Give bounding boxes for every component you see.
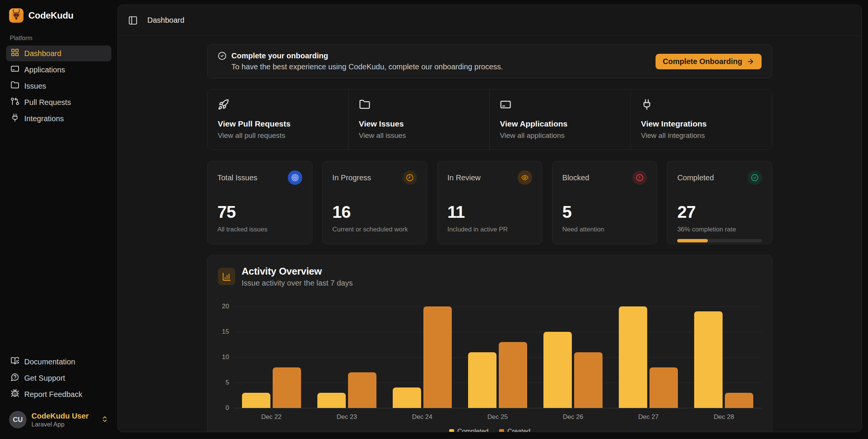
activity-subtitle: Issue activity over the last 7 days <box>242 279 353 287</box>
main-content: Complete your onboarding To have the bes… <box>118 36 862 432</box>
complete-onboarding-label: Complete Onboarding <box>663 57 742 66</box>
x-tick-label: Dec 24 <box>384 413 460 421</box>
application-card-icon <box>500 99 620 112</box>
stat-value: 5 <box>562 202 647 222</box>
bar-created-dec-23 <box>348 372 376 408</box>
stat-value: 75 <box>217 202 302 222</box>
quick-link-subtitle: View all pull requests <box>218 131 338 140</box>
sidebar-item-label: Get Support <box>24 374 65 383</box>
completion-progress-fill <box>677 239 707 242</box>
quick-link-applications[interactable]: View Applications View all applications <box>490 89 631 149</box>
chart-legend: CompletedCreated <box>218 428 762 432</box>
sidebar-item-applications[interactable]: Applications <box>6 62 111 78</box>
legend-swatch <box>499 429 504 432</box>
sidebar-item-label: Report Feedback <box>24 390 82 399</box>
plug-icon <box>11 113 19 124</box>
gridline-y-0 <box>234 408 762 408</box>
legend-item-completed: Completed <box>449 428 489 432</box>
quick-link-issues[interactable]: View Issues View all issues <box>349 89 490 149</box>
bar-group-dec-23 <box>309 306 384 408</box>
sidebar-item-documentation[interactable]: Documentation <box>6 354 111 370</box>
sidebar-item-dashboard[interactable]: Dashboard <box>6 45 111 61</box>
sidebar-item-label: Integrations <box>24 114 64 123</box>
activity-title: Activity Overview <box>242 266 353 277</box>
bar-group-dec-25 <box>460 306 535 408</box>
app-root: CodeKudu Platform Dashboard Applications… <box>0 0 868 439</box>
stat-description: All tracked issues <box>217 226 302 233</box>
stat-description: Current or scheduled work <box>333 226 417 233</box>
sidebar-item-label: Applications <box>24 66 65 74</box>
brand[interactable]: CodeKudu <box>6 7 111 24</box>
panel-left-icon <box>128 16 138 25</box>
bar-chart-icon <box>218 268 235 285</box>
message-circle-question-icon <box>11 373 19 383</box>
quick-link-pull-requests[interactable]: View Pull Requests View all pull request… <box>208 89 349 149</box>
bar-completed-dec-23 <box>317 393 346 408</box>
dashboard-grid-icon <box>11 48 19 59</box>
sidebar-item-report-feedback[interactable]: Report Feedback <box>6 386 111 402</box>
activity-bar-chart: 05101520 Dec 22Dec 23Dec 24Dec 25Dec 26D… <box>218 306 762 432</box>
quick-link-subtitle: View all issues <box>359 131 479 140</box>
sidebar-item-get-support[interactable]: Get Support <box>6 370 111 386</box>
stat-description: Included in active PR <box>447 226 532 233</box>
sidebar-item-label: Dashboard <box>24 49 61 58</box>
bar-completed-dec-28 <box>694 311 723 408</box>
book-open-check-icon <box>11 356 19 367</box>
git-pull-request-icon <box>11 97 19 108</box>
quick-link-integrations[interactable]: View Integrations View all integrations <box>631 89 772 149</box>
bar-created-dec-25 <box>499 342 527 408</box>
completion-progress <box>677 239 762 242</box>
x-tick-label: Dec 26 <box>535 413 611 421</box>
check-circle-icon <box>748 170 762 185</box>
bar-group-dec-24 <box>384 306 460 408</box>
chart-y-axis: 05101520 <box>218 306 234 408</box>
stat-label: In Progress <box>333 173 371 182</box>
panel-header: Dashboard <box>118 5 862 36</box>
stat-label: Total Issues <box>217 173 258 182</box>
folder-icon <box>11 81 19 91</box>
clock-icon <box>403 170 417 185</box>
x-tick-label: Dec 28 <box>686 413 762 421</box>
y-tick-label: 0 <box>226 404 229 412</box>
sidebar-section-label: Platform <box>10 35 111 42</box>
bar-group-dec-26 <box>535 306 611 408</box>
sidebar-nav: Dashboard Applications Issues Pull Reque… <box>6 45 111 127</box>
legend-swatch <box>449 429 454 432</box>
bar-created-dec-28 <box>725 393 753 408</box>
bar-completed-dec-26 <box>543 332 572 408</box>
complete-onboarding-button[interactable]: Complete Onboarding <box>656 54 762 69</box>
bug-icon <box>11 389 19 400</box>
circle-check-icon <box>218 52 226 60</box>
target-icon <box>288 170 302 185</box>
folder-icon <box>359 99 479 112</box>
chevrons-up-down-icon <box>101 416 108 424</box>
bar-group-dec-22 <box>234 306 309 408</box>
codekudu-logo-icon <box>9 8 23 23</box>
alert-circle-icon <box>632 170 647 185</box>
user-menu[interactable]: CU CodeKudu User Laravel App <box>6 408 111 431</box>
stat-card-completed: Completed 27 36% completion rate <box>667 161 772 244</box>
sidebar-spacer <box>6 127 111 354</box>
sidebar-item-label: Documentation <box>24 358 75 366</box>
sidebar-item-label: Pull Requests <box>24 98 71 107</box>
sidebar: CodeKudu Platform Dashboard Applications… <box>0 0 117 439</box>
rocket-icon <box>218 99 338 112</box>
quick-link-subtitle: View all integrations <box>641 131 762 140</box>
stat-value: 27 <box>677 202 762 222</box>
bar-completed-dec-24 <box>393 387 421 408</box>
sidebar-toggle-button[interactable] <box>128 16 138 25</box>
y-tick-label: 15 <box>222 328 229 336</box>
chart-plot-area <box>234 306 762 408</box>
stat-card-in-progress: In Progress 16 Current or scheduled work <box>322 161 428 244</box>
sidebar-item-pull-requests[interactable]: Pull Requests <box>6 94 111 110</box>
sidebar-item-integrations[interactable]: Integrations <box>6 111 111 127</box>
sidebar-item-issues[interactable]: Issues <box>6 78 111 94</box>
quick-link-title: View Pull Requests <box>218 119 338 128</box>
stat-card-total-issues: Total Issues 75 All tracked issues <box>207 161 312 244</box>
quick-link-title: View Issues <box>359 119 479 128</box>
x-tick-label: Dec 23 <box>309 413 384 421</box>
stat-card-in-review: In Review 11 Included in active PR <box>437 161 542 244</box>
activity-overview-card: Activity Overview Issue activity over th… <box>207 255 772 432</box>
user-subtitle: Laravel App <box>31 420 89 428</box>
bar-group-dec-28 <box>686 306 762 408</box>
